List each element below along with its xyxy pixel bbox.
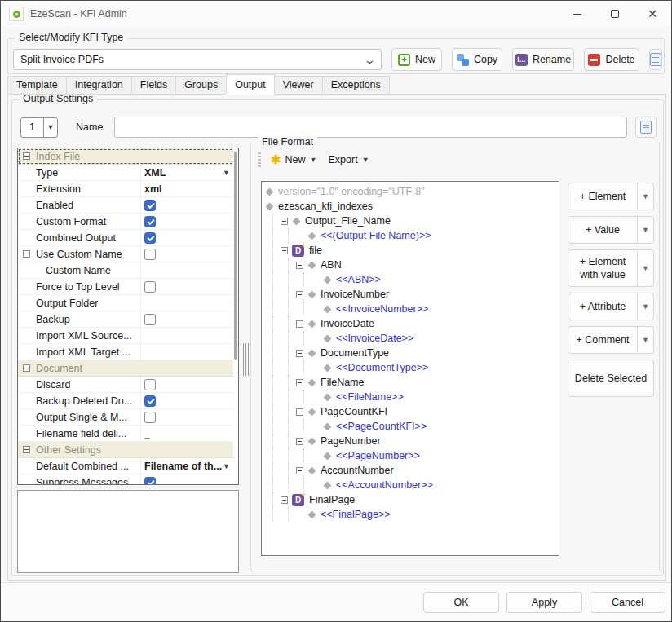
property-row[interactable]: Backup — [18, 311, 233, 328]
property-value[interactable] — [140, 246, 233, 262]
tree-item[interactable]: FileName — [262, 375, 559, 390]
property-value[interactable] — [140, 377, 233, 392]
property-row[interactable]: Force to Top Level — [18, 279, 233, 295]
apply-button[interactable]: Apply — [506, 592, 582, 613]
collapse-icon[interactable] — [23, 364, 30, 372]
tree-item[interactable]: <<PageCountKFI>> — [262, 419, 559, 434]
property-value[interactable]: Filename of th...▼ — [140, 458, 233, 474]
property-row[interactable]: Filename field deli..._ — [18, 426, 233, 442]
tree-item[interactable]: <<AccountNumber>> — [262, 478, 559, 492]
property-value[interactable] — [140, 295, 233, 311]
tab-fields[interactable]: Fields — [131, 76, 176, 95]
property-row[interactable]: Backup Deleted Do... — [18, 393, 233, 409]
collapse-icon[interactable] — [23, 250, 30, 258]
comment-button[interactable]: + Comment▼ — [568, 326, 654, 354]
tree-collapse-icon[interactable] — [296, 320, 303, 328]
property-row[interactable]: Use Custom Name — [18, 246, 233, 262]
property-value[interactable]: _ — [140, 426, 233, 441]
property-row[interactable]: Output Single & M... — [18, 409, 233, 426]
tree-item[interactable]: <<ABN>> — [262, 272, 559, 287]
tree-collapse-icon[interactable] — [296, 379, 303, 386]
tree-item[interactable]: <<(Output File Name)>> — [262, 228, 559, 243]
property-row[interactable]: Custom Name — [18, 262, 233, 279]
tree-collapse-icon[interactable] — [296, 438, 303, 445]
checkbox-unchecked[interactable] — [144, 281, 156, 293]
tab-groups[interactable]: Groups — [175, 76, 227, 95]
property-row[interactable]: TypeXML▼ — [18, 165, 233, 181]
tree-item[interactable]: PageCountKFI — [262, 404, 559, 419]
property-row[interactable]: Import XML Target ... — [18, 344, 233, 360]
chevron-down-icon[interactable]: ▼ — [637, 293, 653, 320]
toolbar-new-button[interactable]: ✱ New ▼ — [267, 151, 321, 169]
tab-output[interactable]: Output — [226, 74, 275, 95]
toolbar-export-button[interactable]: Export ▼ — [325, 152, 373, 167]
property-value[interactable] — [140, 214, 233, 229]
checkbox-checked[interactable] — [144, 477, 156, 486]
checkbox-checked[interactable] — [144, 216, 156, 227]
kfi-type-combobox[interactable]: Split Invoice PDFs ⌄ — [13, 49, 382, 70]
name-notes-button[interactable] — [635, 117, 657, 138]
tree-item[interactable]: Output_File_Name — [262, 214, 559, 228]
property-row[interactable]: Suppress Messages — [18, 474, 233, 485]
grid-section-row[interactable]: Document — [18, 360, 233, 377]
property-value[interactable] — [140, 279, 233, 294]
chevron-down-icon[interactable]: ▼ — [637, 327, 653, 353]
close-button[interactable]: ✕ — [634, 1, 671, 27]
tree-item[interactable]: ABN — [262, 258, 559, 272]
chevron-down-icon[interactable]: ▼ — [637, 183, 653, 210]
delete-kfi-button[interactable]: Delete — [584, 48, 639, 71]
output-index-selector[interactable]: 1 ▼ — [20, 117, 58, 138]
tab-viewer[interactable]: Viewer — [274, 76, 323, 95]
tree-item[interactable]: <<FinalPage>> — [262, 507, 559, 522]
chevron-down-icon[interactable]: ▼ — [637, 250, 653, 286]
kfi-notes-button[interactable] — [649, 49, 662, 70]
property-row[interactable]: Import XML Source... — [18, 328, 233, 344]
dropdown-arrow-icon[interactable]: ▼ — [223, 169, 230, 177]
tree-item[interactable]: <<InvoiceDate>> — [262, 331, 559, 346]
property-value[interactable] — [140, 474, 233, 485]
tree-item[interactable]: InvoiceDate — [262, 316, 559, 331]
property-value[interactable] — [140, 230, 233, 245]
tab-exceptions[interactable]: Exceptions — [322, 76, 390, 95]
property-value[interactable] — [140, 197, 233, 213]
tree-item[interactable]: <<FileName>> — [262, 390, 559, 404]
tree-collapse-icon[interactable] — [281, 496, 288, 504]
property-value[interactable] — [140, 311, 233, 327]
tree-collapse-icon[interactable] — [296, 467, 303, 474]
checkbox-checked[interactable] — [144, 232, 156, 244]
checkbox-unchecked[interactable] — [144, 379, 156, 390]
tab-template[interactable]: Template — [7, 76, 67, 95]
checkbox-unchecked[interactable] — [144, 412, 156, 423]
name-input[interactable] — [114, 117, 627, 138]
property-value[interactable]: XML▼ — [140, 165, 233, 180]
tree-collapse-icon[interactable] — [296, 408, 303, 416]
element-button[interactable]: + Element▼ — [568, 183, 654, 210]
new-kfi-button[interactable]: + New — [391, 48, 442, 71]
cancel-button[interactable]: Cancel — [590, 592, 665, 613]
dropdown-arrow-icon[interactable]: ▼ — [223, 462, 230, 470]
tree-item[interactable]: DocumentType — [262, 346, 559, 360]
element-with-value-button[interactable]: + Element with value▼ — [568, 249, 654, 287]
ok-button[interactable]: OK — [423, 592, 499, 613]
checkbox-checked[interactable] — [144, 200, 156, 211]
property-row[interactable]: Default Combined ...Filename of th...▼ — [18, 458, 233, 474]
panel-splitter-handle[interactable] — [241, 343, 250, 376]
property-grid-scrollbar[interactable] — [234, 152, 237, 360]
tree-collapse-icon[interactable] — [296, 350, 303, 357]
minimize-button[interactable] — [559, 1, 596, 27]
tree-item[interactable]: InvoiceNumber — [262, 287, 559, 302]
tree-item[interactable]: ezescan_kfi_indexes — [262, 199, 559, 214]
value-button[interactable]: + Value▼ — [568, 216, 654, 244]
tab-integration[interactable]: Integration — [66, 76, 132, 95]
tree-item[interactable]: PageNumber — [262, 434, 559, 448]
checkbox-unchecked[interactable] — [144, 249, 156, 260]
property-value[interactable] — [140, 409, 233, 425]
property-value[interactable]: xml — [140, 181, 233, 196]
grid-section-row[interactable]: Index File — [18, 148, 233, 165]
tree-collapse-icon[interactable] — [281, 218, 288, 225]
tree-collapse-icon[interactable] — [296, 262, 303, 269]
tree-item[interactable]: <<InvoiceNumber>> — [262, 302, 559, 316]
property-row[interactable]: Discard — [18, 377, 233, 393]
tree-item[interactable]: AccountNumber — [262, 463, 559, 478]
property-row[interactable]: Enabled — [18, 197, 233, 214]
